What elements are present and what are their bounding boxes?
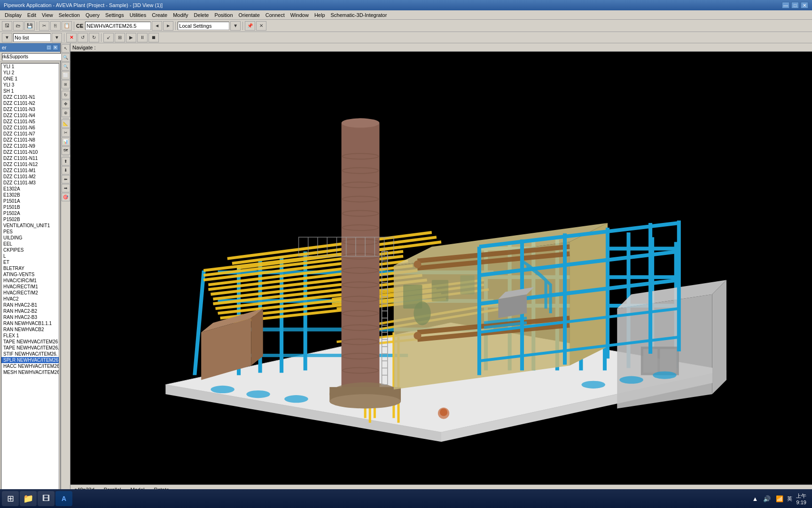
t2-btn-1[interactable]: ▼ [2, 33, 12, 42]
list-item[interactable]: DZZ C1101-N3 [1, 106, 59, 112]
icon-btn-pan[interactable]: ✥ [62, 100, 70, 108]
icon-btn-zoom-out[interactable]: 🔍 [62, 62, 70, 71]
settings-arrow-btn[interactable]: ▼ [230, 21, 241, 31]
t2-btn-3[interactable]: ↻ [89, 33, 99, 42]
list-item[interactable]: P1501B [1, 204, 59, 210]
sidebar-restore-btn[interactable]: □ [46, 45, 52, 50]
list-item[interactable]: DZZ C1101-N6 [1, 125, 59, 131]
list-input[interactable] [13, 33, 51, 42]
menu-item-display[interactable]: Display [2, 11, 24, 19]
list-item[interactable]: DZZ C1101-N10 [1, 149, 59, 155]
menu-item-connect[interactable]: Connect [263, 11, 288, 19]
list-item[interactable]: YLI 2 [1, 70, 59, 76]
list-item[interactable]: DZZ C1101-M2 [1, 174, 59, 180]
list-item[interactable]: DZZ C1101-N1 [1, 94, 59, 100]
icon-btn-iso[interactable]: 🗺 [62, 146, 70, 155]
nav-next-btn[interactable]: ► [163, 21, 173, 31]
list-item[interactable]: L [1, 253, 59, 259]
list-item[interactable]: TAPE NEWHVAC/ITEM26 [1, 339, 59, 345]
settings-close-btn[interactable]: ✕ [256, 21, 266, 31]
taskbar-media[interactable]: 🎞 [38, 491, 55, 506]
list-arrow-btn[interactable]: ▼ [52, 33, 62, 42]
list-item[interactable]: DZZ C1101-N8 [1, 137, 59, 143]
icon-btn-section[interactable]: 📊 [62, 137, 70, 146]
list-item[interactable]: E1302B [1, 192, 59, 198]
list-item[interactable]: RAN NEWHVACB2 [1, 326, 59, 333]
menu-item-utilities[interactable]: Utilities [127, 11, 149, 19]
list-item[interactable]: ATING-VENTS [1, 271, 59, 278]
list-item[interactable]: DZZ C1101-N2 [1, 100, 59, 106]
toolbar-btn-5[interactable]: ⎘ [50, 21, 61, 31]
list-item[interactable]: RAN HVAC2-B2 [1, 308, 59, 314]
list-item[interactable]: MESH NEWHVAC/ITEM26 [1, 369, 59, 375]
list-item[interactable]: DZZ C1101-M1 [1, 167, 59, 174]
list-item[interactable]: DZZ C1101-N9 [1, 143, 59, 149]
list-item[interactable]: DZZ C1101-N12 [1, 161, 59, 167]
list-item[interactable]: DZZ C1101-N4 [1, 112, 59, 119]
list-item[interactable]: DZZ C1101-M3 [1, 180, 59, 186]
list-item[interactable]: UILDING [1, 235, 59, 241]
list-item[interactable]: PES [1, 229, 59, 235]
icon-btn-select[interactable]: ↖ [62, 44, 70, 53]
t2-btn-x[interactable]: ✕ [66, 33, 77, 42]
list-item[interactable]: HVAC/RECT/M1 [1, 284, 59, 290]
menu-item-delete[interactable]: Delete [191, 11, 212, 19]
t2-btn-8[interactable]: ⏹ [148, 33, 159, 42]
icon-btn-ref-r[interactable]: ➡ [62, 184, 70, 192]
icon-btn-measure[interactable]: 📐 [62, 119, 70, 128]
icon-btn-ref-dn[interactable]: ⬇ [62, 166, 70, 175]
t2-btn-7[interactable]: ⏸ [137, 33, 148, 42]
t2-btn-4[interactable]: ↙ [103, 33, 114, 42]
t2-btn-5[interactable]: ⊞ [115, 33, 125, 42]
icon-btn-zoom-all[interactable]: ⊞ [62, 80, 70, 88]
list-item[interactable]: SH 1 [1, 88, 59, 94]
settings-input[interactable] [178, 22, 229, 30]
icon-btn-walk[interactable]: ⊕ [62, 109, 70, 117]
menu-item-orientate[interactable]: Orientate [236, 11, 263, 19]
list-item[interactable]: RAN HVAC2-B1 [1, 302, 59, 308]
menu-item-position[interactable]: Position [211, 11, 235, 19]
list-item[interactable]: DZZ C1101-N5 [1, 119, 59, 125]
toolbar-btn-3[interactable]: 💾 [24, 21, 35, 31]
menu-item-create[interactable]: Create [149, 11, 170, 19]
ce-input[interactable] [85, 22, 151, 30]
t2-btn-6[interactable]: ▶ [126, 33, 136, 42]
toolbar-btn-1[interactable]: 🖫 [2, 21, 12, 31]
menu-item-help[interactable]: Help [312, 11, 328, 19]
list-item[interactable]: P1501A [1, 198, 59, 204]
list-item[interactable]: ET [1, 259, 59, 265]
list-item[interactable]: STIF NEWHVAC/ITEM26. [1, 351, 59, 357]
minimize-button[interactable]: — [782, 2, 789, 8]
sidebar-close-btn[interactable]: ✕ [53, 45, 58, 50]
start-button[interactable]: ⊞ [2, 491, 19, 506]
list-item[interactable]: E1302A [1, 186, 59, 192]
nav-prev-btn[interactable]: ◄ [152, 21, 162, 31]
list-item[interactable]: P1502B [1, 216, 59, 222]
list-item[interactable]: HVAC2 [1, 296, 59, 302]
icon-btn-target[interactable]: 🎯 [62, 193, 70, 201]
icon-btn-ref-up[interactable]: ⬆ [62, 157, 70, 166]
list-item[interactable]: EEL [1, 241, 59, 247]
list-item[interactable]: HVAC/CIRC/M1 [1, 278, 59, 284]
taskbar-files[interactable]: 📁 [20, 491, 37, 506]
menu-item-view[interactable]: View [39, 11, 56, 19]
menu-item-selection[interactable]: Selection [56, 11, 83, 19]
list-item[interactable]: YLI 1 [1, 64, 59, 70]
list-item[interactable]: VENTILATION_UNIT1 [1, 222, 59, 229]
icon-btn-zoom-box[interactable]: ⬜ [62, 71, 70, 79]
menu-item-edit[interactable]: Edit [24, 11, 39, 19]
list-item[interactable]: P1502A [1, 210, 59, 216]
list-item[interactable]: ONE 1 [1, 76, 59, 82]
list-item[interactable]: DZZ C1101-N7 [1, 131, 59, 137]
list-item[interactable]: FLEX 1 [1, 333, 59, 339]
list-item[interactable]: DZZ C1101-N11 [1, 155, 59, 161]
menu-item-modify[interactable]: Modify [170, 11, 191, 19]
menu-item-window[interactable]: Window [288, 11, 312, 19]
list-item[interactable]: SPLR NEWHVAC/ITEM26 [1, 357, 59, 363]
close-button[interactable]: ✕ [801, 2, 808, 8]
list-item[interactable]: YLI 3 [1, 82, 59, 88]
icon-btn-rotate[interactable]: ↻ [62, 91, 70, 99]
icon-btn-zoom-in[interactable]: 🔍 [62, 53, 70, 62]
view-canvas[interactable] [70, 52, 812, 484]
list-item[interactable]: HVAC/RECT/M2 [1, 290, 59, 296]
